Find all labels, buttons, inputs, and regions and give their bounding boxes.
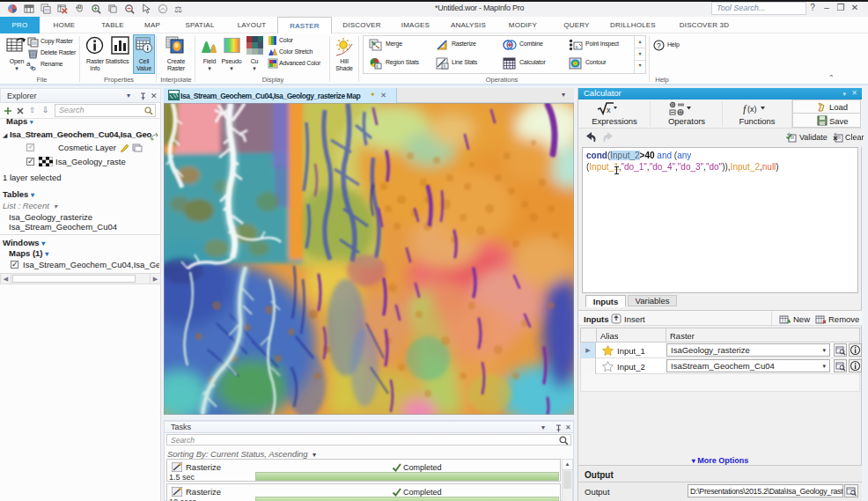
svg-text:(x): (x) — [747, 105, 757, 114]
svg-text:x: x — [576, 44, 578, 49]
svg-text:x̄: x̄ — [444, 63, 446, 69]
svg-text:x: x — [607, 106, 611, 114]
svg-text:?: ? — [657, 41, 661, 50]
svg-text:a: a — [26, 60, 31, 68]
svg-text:x̄: x̄ — [376, 63, 379, 69]
